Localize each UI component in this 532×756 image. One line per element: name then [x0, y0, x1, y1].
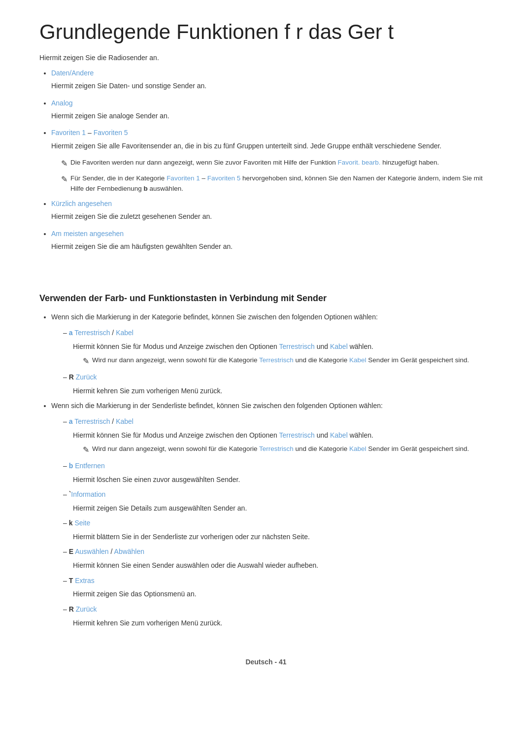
favorit-bearb-link[interactable]: Favorit. bearb. — [338, 159, 381, 166]
outer-bullet-1-text: Wenn sich die Markierung in der Kategori… — [51, 313, 378, 321]
daten-andere-link[interactable]: Daten/Andere — [51, 69, 94, 77]
note-text-3: Wird nur dann angezeigt, wenn sowohl für… — [92, 355, 493, 366]
seite-link[interactable]: Seite — [74, 519, 90, 527]
terrestrisch-desc-2: Hiermit können Sie für Modus und Anzeige… — [73, 430, 493, 441]
e-letter: E — [69, 548, 73, 555]
terrestrisch-note-2: ✎ Wird nur dann angezeigt, wenn sowohl f… — [83, 444, 493, 456]
dash-item-b-entfernen: b Entfernen Hiermit löschen Sie einen zu… — [63, 460, 493, 485]
page-title: Grundlegende Funktionen f r das Ger t — [39, 20, 493, 44]
note-icon-4: ✎ — [83, 444, 89, 456]
b-letter: b — [69, 462, 73, 470]
seite-desc: Hiermit blättern Sie in der Senderliste … — [73, 531, 493, 542]
kuerzlich-desc: Hiermit zeigen Sie die zuletzt gesehenen… — [51, 211, 493, 222]
extras-link[interactable]: Extras — [75, 577, 95, 584]
r-letter-1: R — [69, 373, 74, 381]
dash-item-extras: T Extras Hiermit zeigen Sie das Optionsm… — [63, 575, 493, 600]
kabel-note-link-1[interactable]: Kabel — [349, 356, 366, 364]
terrestrisch-inline-2[interactable]: Terrestrisch — [279, 431, 314, 439]
dash-item-r-zurueck-2: R Zurück Hiermit kehren Sie zum vorherig… — [63, 604, 493, 628]
list-item: Kürzlich angesehen Hiermit zeigen Sie di… — [51, 198, 493, 222]
inner-dash-list-1: a Terrestrisch / Kabel Hiermit können Si… — [51, 327, 493, 396]
section2-outer-list: Wenn sich die Markierung in der Kategori… — [39, 311, 493, 628]
abwaehlen-link[interactable]: Abwählen — [114, 548, 145, 555]
auswaehlen-desc: Hiermit können Sie einen Sender auswähle… — [73, 560, 493, 571]
dash-item-r-zurueck-1: R Zurück Hiermit kehren Sie zum vorherig… — [63, 372, 493, 396]
kabel-link-1[interactable]: Kabel — [116, 329, 133, 337]
note-icon-3: ✎ — [83, 355, 89, 368]
outer-bullet-2-text: Wenn sich die Markierung in der Senderli… — [51, 402, 383, 410]
main-bullet-list: Daten/Andere Hiermit zeigen Sie Daten- u… — [39, 68, 493, 252]
list-item: Favoriten 1 – Favoriten 5 Hiermit zeigen… — [51, 127, 493, 194]
favoriten5-link[interactable]: Favoriten 5 — [94, 129, 128, 137]
outer-bullet-2: Wenn sich die Markierung in der Senderli… — [51, 400, 493, 628]
terrestrisch-note-1: ✎ Wird nur dann angezeigt, wenn sowohl f… — [83, 355, 493, 368]
kabel-link-2[interactable]: Kabel — [116, 417, 133, 425]
analog-link[interactable]: Analog — [51, 99, 73, 107]
zurueck-link-1[interactable]: Zurück — [76, 373, 97, 381]
list-item: Analog Hiermit zeigen Sie analoge Sender… — [51, 98, 493, 122]
favoriten1-inline-link[interactable]: Favoriten 1 — [166, 174, 200, 182]
section2-title: Verwenden der Farb- und Funktionstasten … — [39, 293, 493, 304]
inner-dash-list-2: a Terrestrisch / Kabel Hiermit können Si… — [51, 416, 493, 628]
daten-andere-desc: Hiermit zeigen Sie Daten- und sonstige S… — [51, 80, 493, 91]
information-link[interactable]: Information — [71, 490, 105, 498]
terrestrisch-link-1[interactable]: Terrestrisch — [74, 329, 110, 337]
intro-text: Hiermit zeigen Sie die Radiosender an. — [39, 52, 493, 63]
entfernen-link[interactable]: Entfernen — [75, 462, 105, 470]
kabel-note-link-2[interactable]: Kabel — [349, 445, 366, 452]
note-icon-1: ✎ — [61, 157, 67, 170]
terrestrisch-inline-1[interactable]: Terrestrisch — [279, 343, 314, 350]
note-text-4: Wird nur dann angezeigt, wenn sowohl für… — [92, 444, 493, 454]
page-footer: Deutsch - 41 — [39, 658, 493, 666]
kabel-inline-1[interactable]: Kabel — [330, 343, 348, 350]
favoriten-note-1: ✎ Die Favoriten werden nur dann angezeig… — [61, 157, 493, 170]
dash-item-auswaehlen: E Auswählen / Abwählen Hiermit können Si… — [63, 546, 493, 571]
note-icon-2: ✎ — [61, 173, 67, 186]
information-desc: Hiermit zeigen Sie Details zum ausgewähl… — [73, 503, 493, 514]
note-text-2: Für Sender, die in der Kategorie Favorit… — [70, 173, 493, 194]
dash-item-information: `Information Hiermit zeigen Sie Details … — [63, 489, 493, 514]
list-item: Daten/Andere Hiermit zeigen Sie Daten- u… — [51, 68, 493, 92]
favoriten-note-2: ✎ Für Sender, die in der Kategorie Favor… — [61, 173, 493, 194]
analog-desc: Hiermit zeigen Sie analoge Sender an. — [51, 110, 493, 121]
kabel-inline-2[interactable]: Kabel — [330, 431, 348, 439]
auswaehlen-link[interactable]: Auswählen — [75, 548, 109, 555]
dash-item-a-terrestrisch-2: a Terrestrisch / Kabel Hiermit können Si… — [63, 416, 493, 456]
terrestrisch-label-1: Terrestrisch / Kabel — [74, 329, 133, 337]
terrestrisch-note-link-2[interactable]: Terrestrisch — [259, 445, 294, 452]
favoriten5-inline-link[interactable]: Favoriten 5 — [207, 174, 241, 182]
terrestrisch-link-2[interactable]: Terrestrisch — [74, 417, 110, 425]
am-meisten-desc: Hiermit zeigen Sie die am häufigsten gew… — [51, 241, 493, 252]
terrestrisch-label-2: Terrestrisch / Kabel — [74, 417, 133, 425]
dash-item-seite: k Seite Hiermit blättern Sie in der Send… — [63, 517, 493, 542]
note-text-1: Die Favoriten werden nur dann angezeigt,… — [70, 157, 493, 168]
list-item: Am meisten angesehen Hiermit zeigen Sie … — [51, 228, 493, 252]
a-letter-1: a — [69, 329, 73, 337]
zurueck-desc-2: Hiermit kehren Sie zum vorherigen Menü z… — [73, 618, 493, 628]
am-meisten-link[interactable]: Am meisten angesehen — [51, 230, 124, 238]
k-letter: k — [69, 519, 73, 527]
footer-text: Deutsch - 41 — [245, 658, 286, 666]
dash-item-a-terrestrisch-1: a Terrestrisch / Kabel Hiermit können Si… — [63, 327, 493, 368]
favoriten-desc: Hiermit zeigen Sie alle Favoritensender … — [51, 140, 493, 151]
terrestrisch-note-link-1[interactable]: Terrestrisch — [259, 356, 294, 364]
t-letter: T — [69, 577, 73, 584]
zurueck-link-2[interactable]: Zurück — [76, 605, 97, 613]
zurueck-desc-1: Hiermit kehren Sie zum vorherigen Menü z… — [73, 385, 493, 396]
r-letter-2: R — [69, 605, 74, 613]
terrestrisch-desc-1: Hiermit können Sie für Modus und Anzeige… — [73, 341, 493, 352]
extras-desc: Hiermit zeigen Sie das Optionsmenü an. — [73, 588, 493, 599]
kuerzlich-link[interactable]: Kürzlich angesehen — [51, 200, 112, 207]
outer-bullet-1: Wenn sich die Markierung in der Kategori… — [51, 311, 493, 396]
favoriten-separator: – — [88, 129, 94, 137]
a-letter-2: a — [69, 417, 73, 425]
favoriten1-link[interactable]: Favoriten 1 — [51, 129, 86, 137]
entfernen-desc: Hiermit löschen Sie einen zuvor ausgewäh… — [73, 474, 493, 485]
